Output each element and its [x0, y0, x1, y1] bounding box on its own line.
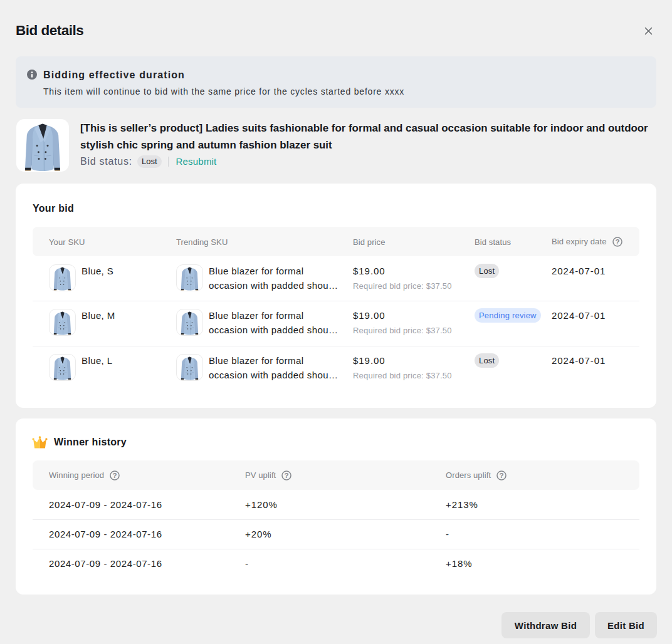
svg-text:?: ?	[113, 472, 117, 479]
svg-text:?: ?	[500, 472, 504, 479]
svg-text:?: ?	[285, 472, 289, 479]
svg-text:?: ?	[615, 238, 619, 246]
